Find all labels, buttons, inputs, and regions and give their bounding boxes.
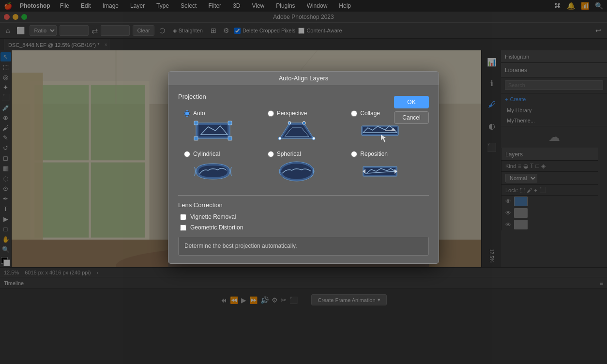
perspective-label: Perspective — [277, 110, 307, 117]
reposition-proj-icon — [361, 159, 399, 183]
info-box: Determine the best projection automatica… — [178, 237, 429, 256]
auto-icon — [194, 119, 232, 143]
projection-label: Projection — [178, 93, 429, 100]
auto-radio-row: Auto — [184, 110, 205, 117]
projection-spherical-cell: Spherical — [262, 147, 346, 187]
geometric-label: Geometric Distortion — [190, 224, 243, 231]
svg-point-25 — [303, 121, 305, 124]
svg-marker-21 — [282, 125, 311, 137]
geometric-checkbox[interactable] — [180, 225, 186, 231]
perspective-projection-svg — [277, 119, 316, 142]
projection-grid: Auto — [178, 106, 429, 187]
cylindrical-label: Cylindrical — [193, 151, 220, 157]
spherical-proj-icon — [277, 159, 316, 183]
spherical-radio-row: Spherical — [268, 151, 301, 157]
modal-buttons: OK Cancel — [394, 96, 429, 124]
vignette-checkbox[interactable] — [180, 214, 186, 220]
lens-correction-section: Lens Correction Vignette Removal Geometr… — [178, 195, 429, 231]
info-text: Determine the best projection automatica… — [184, 243, 297, 249]
svg-point-26 — [312, 137, 315, 140]
projection-auto-cell: Auto — [178, 106, 262, 147]
cylindrical-projection-svg — [194, 160, 232, 183]
projection-cylindrical-cell: Cylindrical — [178, 147, 262, 187]
auto-projection-svg — [194, 119, 232, 142]
projection-reposition-cell: Reposition — [345, 147, 429, 187]
reposition-radio-row: Reposition — [351, 151, 388, 157]
auto-align-modal: Auto-Align Layers OK Cancel Projection A… — [168, 71, 439, 264]
vignette-label: Vignette Removal — [190, 213, 236, 220]
perspective-radio[interactable] — [268, 110, 274, 117]
vignette-row: Vignette Removal — [178, 213, 429, 220]
svg-rect-16 — [194, 121, 198, 125]
reposition-projection-svg — [361, 160, 399, 183]
svg-point-34 — [281, 164, 312, 179]
collage-label: Collage — [360, 110, 380, 117]
geometric-row: Geometric Distortion — [178, 224, 429, 231]
spherical-projection-svg — [277, 160, 316, 183]
modal-title-bar: Auto-Align Layers — [168, 72, 439, 85]
lens-correction-label: Lens Correction — [178, 201, 429, 209]
svg-rect-18 — [194, 136, 198, 140]
ok-button[interactable]: OK — [394, 96, 429, 108]
cylindrical-radio-row: Cylindrical — [184, 151, 220, 157]
cancel-button[interactable]: Cancel — [394, 111, 429, 124]
cylindrical-proj-icon — [194, 159, 232, 183]
svg-rect-19 — [228, 136, 232, 140]
auto-radio[interactable] — [184, 110, 190, 117]
perspective-icon — [277, 119, 316, 143]
reposition-label: Reposition — [360, 151, 388, 157]
svg-rect-17 — [228, 121, 232, 125]
projection-perspective-cell: Perspective — [262, 106, 346, 147]
modal-title: Auto-Align Layers — [279, 75, 329, 82]
cylindrical-radio[interactable] — [184, 151, 190, 157]
reposition-radio[interactable] — [351, 151, 357, 157]
collage-radio-row: Collage — [351, 110, 380, 117]
perspective-radio-row: Perspective — [268, 110, 307, 117]
auto-label: Auto — [193, 110, 205, 117]
spherical-label: Spherical — [277, 151, 301, 157]
svg-point-24 — [288, 121, 291, 124]
modal-overlay: Auto-Align Layers OK Cancel Projection A… — [0, 0, 607, 364]
svg-point-23 — [278, 137, 281, 140]
spherical-radio[interactable] — [268, 151, 274, 157]
collage-radio[interactable] — [351, 110, 357, 117]
